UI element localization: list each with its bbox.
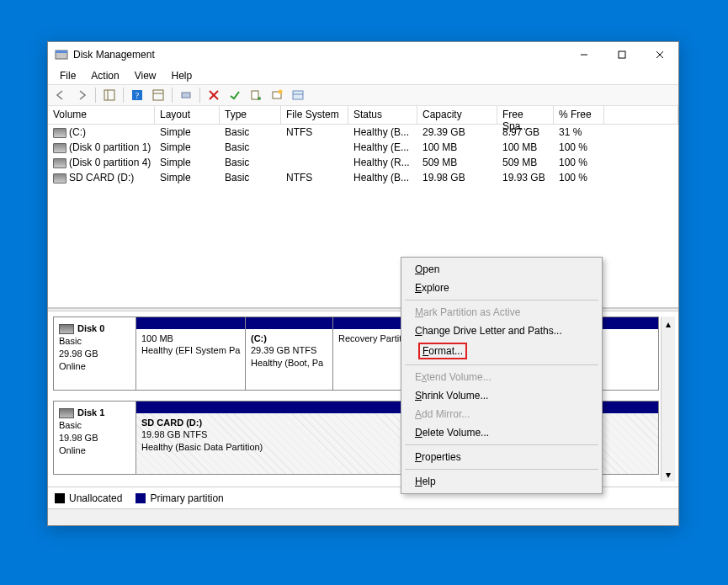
settings-button[interactable] <box>149 86 167 104</box>
new-icon[interactable] <box>268 86 286 104</box>
partition-bar <box>136 317 245 329</box>
maximize-button[interactable] <box>603 42 640 67</box>
statusbar <box>48 508 678 525</box>
menu-item-shrink-volume[interactable]: Shrink Volume... <box>403 386 600 405</box>
menu-item-properties[interactable]: Properties <box>403 448 600 466</box>
svg-rect-12 <box>182 93 190 98</box>
toolbar-separator <box>95 88 96 103</box>
disk-label[interactable]: Disk 1Basic19.98 GBOnline <box>54 402 136 474</box>
menu-item-add-mirror: Add Mirror... <box>403 405 600 423</box>
table-row[interactable]: (Disk 0 partition 4)SimpleBasicHealthy (… <box>48 155 678 170</box>
menu-item-open[interactable]: Open <box>403 260 600 279</box>
col-status[interactable]: Status <box>348 106 417 125</box>
menu-help[interactable]: Help <box>165 68 199 83</box>
menu-item-help[interactable]: Help <box>403 472 600 491</box>
vertical-scrollbar[interactable]: ▴ ▾ <box>661 316 675 481</box>
toolbar-separator <box>199 88 200 103</box>
table-row[interactable]: (C:)SimpleBasicNTFSHealthy (B...29.39 GB… <box>48 125 678 140</box>
partition[interactable]: 100 MBHealthy (EFI System Pa <box>136 317 246 390</box>
swatch-blue <box>136 493 146 503</box>
col-volume[interactable]: Volume <box>48 106 155 125</box>
delete-icon[interactable] <box>205 86 223 104</box>
properties-icon[interactable] <box>247 86 265 104</box>
minimize-button[interactable] <box>565 42 603 67</box>
drive-icon <box>53 173 66 183</box>
col-filesystem[interactable]: File System <box>281 106 348 125</box>
back-button[interactable] <box>51 86 70 104</box>
col-end <box>604 106 678 125</box>
volume-list-header: Volume Layout Type File System Status Ca… <box>48 106 678 125</box>
apply-icon[interactable] <box>226 86 244 104</box>
svg-point-18 <box>279 90 283 94</box>
list-icon[interactable] <box>289 86 307 104</box>
menu-item-delete-volume[interactable]: Delete Volume... <box>403 423 600 442</box>
svg-text:?: ? <box>136 91 140 100</box>
drive-icon <box>53 158 66 168</box>
legend-unallocated-label: Unallocated <box>69 492 122 504</box>
svg-rect-3 <box>619 51 625 58</box>
toolbar-separator <box>123 88 124 103</box>
legend-primary: Primary partition <box>136 492 223 504</box>
menu-action[interactable]: Action <box>84 68 125 83</box>
menu-separator <box>405 364 598 365</box>
svg-rect-15 <box>252 91 258 99</box>
menu-separator <box>405 469 598 470</box>
menu-view[interactable]: View <box>128 68 163 83</box>
menubar: File Action View Help <box>48 67 678 84</box>
menu-file[interactable]: File <box>53 68 82 83</box>
svg-rect-6 <box>104 90 114 100</box>
swatch-black <box>55 493 65 503</box>
table-row[interactable]: SD CARD (D:)SimpleBasicNTFSHealthy (B...… <box>48 170 678 185</box>
show-hide-console-tree-button[interactable] <box>100 86 119 104</box>
help-button[interactable]: ? <box>128 86 146 104</box>
menu-separator <box>405 444 598 445</box>
col-type[interactable]: Type <box>220 106 281 125</box>
menu-item-format[interactable]: Format... <box>403 340 600 362</box>
context-menu: OpenExploreMark Partition as ActiveChang… <box>401 257 603 494</box>
svg-rect-19 <box>293 91 303 99</box>
disk-icon <box>59 324 74 334</box>
refresh-button[interactable] <box>177 86 195 104</box>
scroll-down-icon[interactable]: ▾ <box>662 467 675 481</box>
legend-unallocated: Unallocated <box>55 492 122 504</box>
table-row[interactable]: (Disk 0 partition 1)SimpleBasicHealthy (… <box>48 140 678 155</box>
disk-icon <box>59 408 74 418</box>
menu-item-change-drive-letter-and-paths[interactable]: Change Drive Letter and Paths... <box>403 322 600 340</box>
window-title: Disk Management <box>73 49 565 61</box>
disk-management-window: Disk Management File Action View Help ? … <box>47 41 679 526</box>
legend-primary-label: Primary partition <box>150 492 223 504</box>
col-capacity[interactable]: Capacity <box>417 106 497 125</box>
col-free[interactable]: Free Spa... <box>497 106 554 125</box>
scroll-up-icon[interactable]: ▴ <box>662 316 675 331</box>
svg-rect-10 <box>153 90 163 100</box>
menu-separator <box>405 300 598 300</box>
menu-item-extend-volume: Extend Volume... <box>403 368 600 386</box>
col-pctfree[interactable]: % Free <box>554 106 604 125</box>
titlebar[interactable]: Disk Management <box>48 42 678 67</box>
partition-bar <box>246 317 332 329</box>
disk-label[interactable]: Disk 0Basic29.98 GBOnline <box>54 317 136 390</box>
svg-point-16 <box>258 97 261 100</box>
svg-rect-1 <box>56 51 67 53</box>
close-button[interactable] <box>640 42 678 67</box>
menu-item-explore[interactable]: Explore <box>403 279 600 297</box>
toolbar: ? <box>48 84 678 106</box>
menu-item-mark-partition-as-active: Mark Partition as Active <box>403 303 600 322</box>
forward-button[interactable] <box>72 86 91 104</box>
drive-icon <box>53 143 66 153</box>
toolbar-separator <box>172 88 173 103</box>
app-icon <box>55 48 68 61</box>
col-layout[interactable]: Layout <box>155 106 220 125</box>
drive-icon <box>53 128 66 138</box>
partition[interactable]: (C:)29.39 GB NTFSHealthy (Boot, Pa <box>246 317 333 390</box>
